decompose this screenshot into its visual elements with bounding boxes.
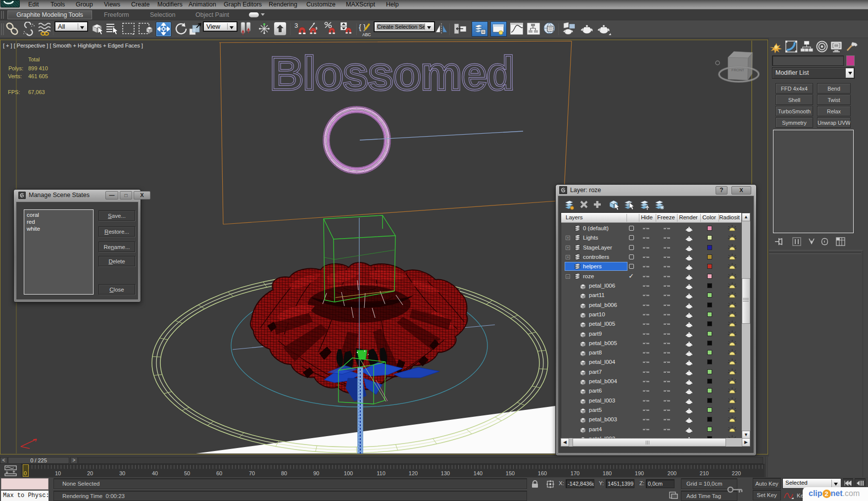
svg-text:180: 180	[603, 470, 612, 476]
svg-text:50: 50	[184, 470, 190, 476]
svg-text:80: 80	[281, 470, 287, 476]
svg-text:190: 190	[635, 470, 644, 476]
svg-text:110: 110	[377, 470, 386, 476]
svg-text:200: 200	[668, 470, 676, 476]
svg-text:120: 120	[409, 470, 418, 476]
svg-text:ABC: ABC	[362, 32, 371, 37]
svg-text:3: 3	[294, 22, 298, 29]
svg-text:140: 140	[474, 470, 482, 476]
svg-text:Blossomed: Blossomed	[270, 48, 514, 100]
svg-text:60: 60	[216, 470, 222, 476]
svg-text:30: 30	[119, 470, 125, 476]
svg-text:20: 20	[87, 470, 93, 476]
svg-text:10: 10	[55, 470, 61, 476]
svg-text:150: 150	[506, 470, 515, 476]
svg-text:FRONT: FRONT	[731, 68, 744, 72]
svg-text:210: 210	[700, 470, 709, 476]
svg-text:90: 90	[313, 470, 319, 476]
svg-text:40: 40	[152, 470, 158, 476]
svg-text:220: 220	[732, 470, 741, 476]
svg-text:160: 160	[538, 470, 547, 476]
svg-text:100: 100	[344, 470, 353, 476]
svg-text:130: 130	[441, 470, 450, 476]
svg-text:70: 70	[249, 470, 255, 476]
svg-text:170: 170	[571, 470, 579, 476]
